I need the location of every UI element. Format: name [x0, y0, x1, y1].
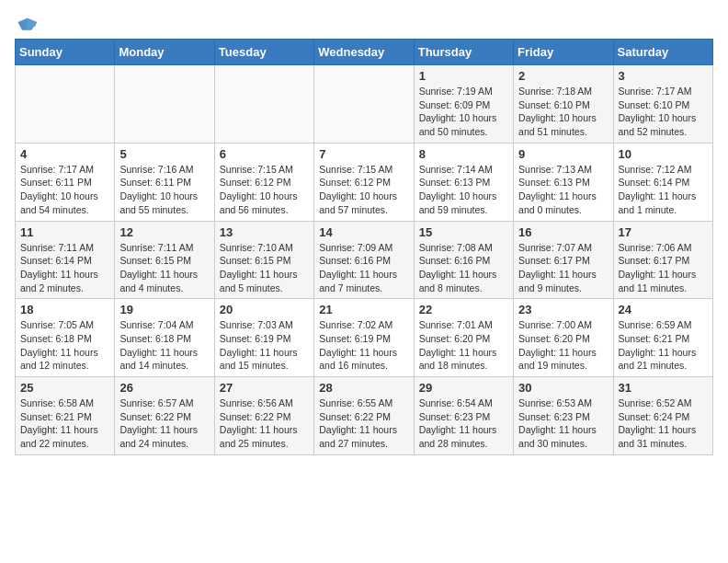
page-header [15, 15, 713, 31]
calendar-cell: 20Sunrise: 7:03 AMSunset: 6:19 PMDayligh… [214, 299, 313, 377]
calendar-week-4: 18Sunrise: 7:05 AMSunset: 6:18 PMDayligh… [16, 299, 713, 377]
calendar-cell [314, 65, 414, 144]
day-number: 3 [619, 69, 708, 83]
day-number: 8 [419, 147, 508, 161]
calendar-cell: 21Sunrise: 7:02 AMSunset: 6:19 PMDayligh… [314, 299, 414, 377]
day-number: 6 [220, 147, 309, 161]
calendar-cell: 8Sunrise: 7:14 AMSunset: 6:13 PMDaylight… [414, 143, 513, 221]
day-number: 12 [119, 225, 209, 239]
day-number: 2 [518, 69, 608, 83]
day-number: 29 [419, 381, 508, 395]
day-number: 31 [619, 381, 708, 395]
column-header-wednesday: Wednesday [314, 40, 414, 65]
day-info: Sunrise: 7:12 AMSunset: 6:14 PMDaylight:… [619, 163, 708, 217]
calendar-cell [115, 65, 214, 144]
day-number: 4 [20, 147, 109, 161]
calendar-cell: 18Sunrise: 7:05 AMSunset: 6:18 PMDayligh… [16, 299, 115, 377]
day-info: Sunrise: 6:55 AMSunset: 6:22 PMDaylight:… [319, 396, 408, 451]
day-number: 9 [518, 147, 608, 161]
day-info: Sunrise: 6:59 AMSunset: 6:21 PMDaylight:… [619, 318, 708, 373]
day-info: Sunrise: 7:14 AMSunset: 6:13 PMDaylight:… [419, 163, 508, 217]
calendar-cell: 14Sunrise: 7:09 AMSunset: 6:16 PMDayligh… [314, 221, 414, 299]
day-info: Sunrise: 7:15 AMSunset: 6:12 PMDaylight:… [220, 163, 309, 217]
calendar-cell [16, 65, 115, 144]
day-number: 7 [319, 147, 408, 161]
day-info: Sunrise: 7:07 AMSunset: 6:17 PMDaylight:… [518, 241, 608, 295]
calendar-cell: 4Sunrise: 7:17 AMSunset: 6:11 PMDaylight… [16, 143, 115, 221]
day-info: Sunrise: 6:57 AMSunset: 6:22 PMDaylight:… [119, 396, 209, 451]
day-info: Sunrise: 7:17 AMSunset: 6:10 PMDaylight:… [619, 85, 708, 139]
calendar-cell: 6Sunrise: 7:15 AMSunset: 6:12 PMDaylight… [214, 143, 313, 221]
calendar-cell: 10Sunrise: 7:12 AMSunset: 6:14 PMDayligh… [613, 143, 712, 221]
day-number: 13 [220, 225, 309, 239]
day-info: Sunrise: 6:53 AMSunset: 6:23 PMDaylight:… [518, 396, 608, 451]
day-info: Sunrise: 6:52 AMSunset: 6:24 PMDaylight:… [619, 396, 708, 451]
day-number: 26 [119, 381, 209, 395]
column-header-sunday: Sunday [16, 40, 115, 65]
day-number: 20 [220, 303, 309, 316]
day-number: 11 [20, 225, 109, 239]
calendar-cell: 17Sunrise: 7:06 AMSunset: 6:17 PMDayligh… [613, 221, 712, 299]
day-info: Sunrise: 6:58 AMSunset: 6:21 PMDaylight:… [20, 396, 109, 451]
calendar-cell: 25Sunrise: 6:58 AMSunset: 6:21 PMDayligh… [16, 377, 115, 455]
calendar-cell: 15Sunrise: 7:08 AMSunset: 6:16 PMDayligh… [414, 221, 513, 299]
column-header-saturday: Saturday [613, 40, 712, 65]
day-info: Sunrise: 7:11 AMSunset: 6:15 PMDaylight:… [119, 241, 209, 295]
calendar-cell: 23Sunrise: 7:00 AMSunset: 6:20 PMDayligh… [514, 299, 613, 377]
day-info: Sunrise: 7:02 AMSunset: 6:19 PMDaylight:… [319, 318, 408, 373]
day-info: Sunrise: 7:15 AMSunset: 6:12 PMDaylight:… [319, 163, 408, 217]
calendar-week-5: 25Sunrise: 6:58 AMSunset: 6:21 PMDayligh… [16, 377, 713, 455]
day-number: 30 [518, 381, 608, 395]
calendar-cell: 1Sunrise: 7:19 AMSunset: 6:09 PMDaylight… [414, 65, 513, 144]
day-number: 19 [119, 303, 209, 316]
day-number: 28 [319, 381, 408, 395]
day-info: Sunrise: 7:13 AMSunset: 6:13 PMDaylight:… [518, 163, 608, 217]
day-number: 1 [419, 69, 508, 83]
calendar-table: SundayMondayTuesdayWednesdayThursdayFrid… [15, 39, 713, 455]
calendar-cell: 22Sunrise: 7:01 AMSunset: 6:20 PMDayligh… [414, 299, 513, 377]
day-info: Sunrise: 7:00 AMSunset: 6:20 PMDaylight:… [518, 318, 608, 373]
calendar-cell: 2Sunrise: 7:18 AMSunset: 6:10 PMDaylight… [514, 65, 613, 144]
day-number: 21 [319, 303, 408, 316]
calendar-cell: 3Sunrise: 7:17 AMSunset: 6:10 PMDaylight… [613, 65, 712, 144]
day-info: Sunrise: 7:11 AMSunset: 6:14 PMDaylight:… [20, 241, 109, 295]
day-info: Sunrise: 7:05 AMSunset: 6:18 PMDaylight:… [20, 318, 109, 373]
calendar-cell: 16Sunrise: 7:07 AMSunset: 6:17 PMDayligh… [514, 221, 613, 299]
day-number: 17 [619, 225, 708, 239]
day-info: Sunrise: 7:17 AMSunset: 6:11 PMDaylight:… [20, 163, 109, 217]
day-info: Sunrise: 7:01 AMSunset: 6:20 PMDaylight:… [419, 318, 508, 373]
day-number: 23 [518, 303, 608, 316]
calendar-cell: 11Sunrise: 7:11 AMSunset: 6:14 PMDayligh… [16, 221, 115, 299]
day-info: Sunrise: 7:03 AMSunset: 6:19 PMDaylight:… [220, 318, 309, 373]
day-info: Sunrise: 7:08 AMSunset: 6:16 PMDaylight:… [419, 241, 508, 295]
calendar-cell: 26Sunrise: 6:57 AMSunset: 6:22 PMDayligh… [115, 377, 214, 455]
calendar-week-2: 4Sunrise: 7:17 AMSunset: 6:11 PMDaylight… [16, 143, 713, 221]
calendar-week-1: 1Sunrise: 7:19 AMSunset: 6:09 PMDaylight… [16, 65, 713, 144]
day-info: Sunrise: 7:10 AMSunset: 6:15 PMDaylight:… [220, 241, 309, 295]
day-number: 25 [20, 381, 109, 395]
day-info: Sunrise: 7:19 AMSunset: 6:09 PMDaylight:… [419, 85, 508, 139]
day-info: Sunrise: 7:16 AMSunset: 6:11 PMDaylight:… [119, 163, 209, 217]
calendar-header-row: SundayMondayTuesdayWednesdayThursdayFrid… [16, 40, 713, 65]
day-number: 10 [619, 147, 708, 161]
calendar-cell: 31Sunrise: 6:52 AMSunset: 6:24 PMDayligh… [613, 377, 712, 455]
calendar-cell: 13Sunrise: 7:10 AMSunset: 6:15 PMDayligh… [214, 221, 313, 299]
day-info: Sunrise: 7:04 AMSunset: 6:18 PMDaylight:… [119, 318, 209, 373]
calendar-cell: 30Sunrise: 6:53 AMSunset: 6:23 PMDayligh… [514, 377, 613, 455]
column-header-monday: Monday [115, 40, 214, 65]
calendar-cell: 5Sunrise: 7:16 AMSunset: 6:11 PMDaylight… [115, 143, 214, 221]
day-info: Sunrise: 6:54 AMSunset: 6:23 PMDaylight:… [419, 396, 508, 451]
day-number: 22 [419, 303, 508, 316]
column-header-thursday: Thursday [414, 40, 513, 65]
column-header-tuesday: Tuesday [214, 40, 313, 65]
logo-icon [17, 15, 37, 35]
calendar-cell: 27Sunrise: 6:56 AMSunset: 6:22 PMDayligh… [214, 377, 313, 455]
day-number: 16 [518, 225, 608, 239]
calendar-cell: 28Sunrise: 6:55 AMSunset: 6:22 PMDayligh… [314, 377, 414, 455]
day-info: Sunrise: 7:18 AMSunset: 6:10 PMDaylight:… [518, 85, 608, 139]
day-number: 27 [220, 381, 309, 395]
calendar-cell: 29Sunrise: 6:54 AMSunset: 6:23 PMDayligh… [414, 377, 513, 455]
calendar-cell: 7Sunrise: 7:15 AMSunset: 6:12 PMDaylight… [314, 143, 414, 221]
calendar-cell: 24Sunrise: 6:59 AMSunset: 6:21 PMDayligh… [613, 299, 712, 377]
calendar-cell: 12Sunrise: 7:11 AMSunset: 6:15 PMDayligh… [115, 221, 214, 299]
